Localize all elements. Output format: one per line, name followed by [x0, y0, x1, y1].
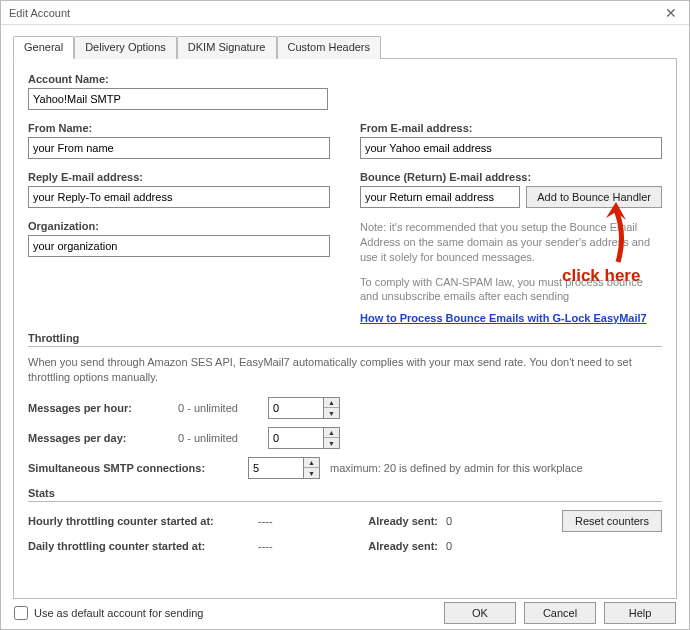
default-account-checkbox[interactable] — [14, 606, 28, 620]
add-bounce-handler-button[interactable]: Add to Bounce Handler — [526, 186, 662, 208]
msg-per-hour-input[interactable] — [269, 398, 323, 418]
msg-per-day-hint: 0 - unlimited — [178, 432, 258, 444]
account-name-input[interactable] — [28, 88, 328, 110]
tab-panel-general: Account Name: From Name: Reply E-mail ad… — [13, 59, 677, 599]
default-account-label: Use as default account for sending — [34, 607, 203, 619]
footer-bar: Use as default account for sending OK Ca… — [0, 596, 690, 630]
tabs-strip: General Delivery Options DKIM Signature … — [13, 35, 677, 59]
window-title: Edit Account — [9, 7, 70, 19]
from-email-input[interactable] — [360, 137, 662, 159]
help-button[interactable]: Help — [604, 602, 676, 624]
from-name-input[interactable] — [28, 137, 330, 159]
reset-counters-button[interactable]: Reset counters — [562, 510, 662, 532]
reply-email-input[interactable] — [28, 186, 330, 208]
smtp-conn-max-note: maximum: 20 is defined by admin for this… — [330, 462, 583, 474]
cancel-button[interactable]: Cancel — [524, 602, 596, 624]
account-name-label: Account Name: — [28, 73, 328, 85]
daily-already-value: 0 — [446, 540, 506, 552]
smtp-conn-label: Simultaneous SMTP connections: — [28, 462, 238, 474]
titlebar: Edit Account ✕ — [1, 1, 689, 25]
chevron-down-icon[interactable]: ▼ — [324, 408, 339, 418]
throttling-title: Throttling — [28, 332, 79, 344]
chevron-up-icon[interactable]: ▲ — [324, 428, 339, 439]
tab-headers[interactable]: Custom Headers — [277, 36, 382, 59]
msg-per-day-input[interactable] — [269, 428, 323, 448]
chevron-down-icon[interactable]: ▼ — [324, 438, 339, 448]
organization-input[interactable] — [28, 235, 330, 257]
organization-label: Organization: — [28, 220, 330, 232]
from-name-label: From Name: — [28, 122, 330, 134]
stats-title: Stats — [28, 487, 55, 499]
msg-per-hour-hint: 0 - unlimited — [178, 402, 258, 414]
msg-per-hour-label: Messages per hour: — [28, 402, 168, 414]
hourly-already-label: Already sent: — [338, 515, 438, 527]
smtp-conn-input[interactable] — [249, 458, 303, 478]
default-account-row[interactable]: Use as default account for sending — [14, 606, 203, 620]
hourly-counter-label: Hourly throttling counter started at: — [28, 515, 258, 527]
daily-already-label: Already sent: — [338, 540, 438, 552]
hourly-counter-value: ---- — [258, 515, 338, 527]
throttling-desc: When you send through Amazon SES API, Ea… — [28, 355, 662, 385]
tab-delivery[interactable]: Delivery Options — [74, 36, 177, 59]
bounce-email-input[interactable] — [360, 186, 520, 208]
from-email-label: From E-mail address: — [360, 122, 662, 134]
tab-general[interactable]: General — [13, 36, 74, 59]
bounce-help-link[interactable]: How to Process Bounce Emails with G-Lock… — [360, 312, 647, 324]
bounce-note-2: To comply with CAN-SPAM law, you must pr… — [360, 275, 662, 305]
hourly-already-value: 0 — [446, 515, 506, 527]
tab-dkim[interactable]: DKIM Signature — [177, 36, 277, 59]
msg-per-hour-stepper[interactable]: ▲▼ — [268, 397, 340, 419]
close-icon[interactable]: ✕ — [659, 3, 683, 23]
bounce-note-1: Note: it's recommended that you setup th… — [360, 220, 662, 265]
msg-per-day-label: Messages per day: — [28, 432, 168, 444]
chevron-up-icon[interactable]: ▲ — [304, 458, 319, 469]
bounce-email-label: Bounce (Return) E-mail address: — [360, 171, 662, 183]
msg-per-day-stepper[interactable]: ▲▼ — [268, 427, 340, 449]
reply-email-label: Reply E-mail address: — [28, 171, 330, 183]
ok-button[interactable]: OK — [444, 602, 516, 624]
chevron-down-icon[interactable]: ▼ — [304, 468, 319, 478]
daily-counter-value: ---- — [258, 540, 338, 552]
smtp-conn-stepper[interactable]: ▲▼ — [248, 457, 320, 479]
daily-counter-label: Daily throttling counter started at: — [28, 540, 258, 552]
chevron-up-icon[interactable]: ▲ — [324, 398, 339, 409]
